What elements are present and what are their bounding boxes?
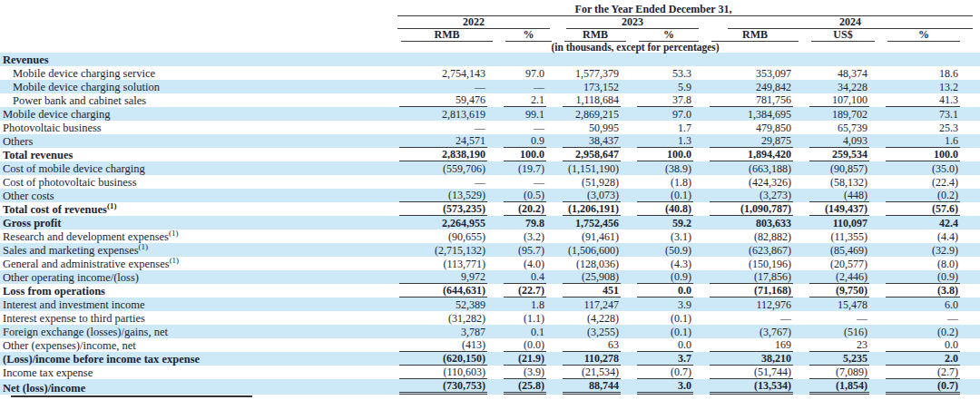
cell-value: 29,875: [701, 134, 800, 148]
cell-value: [495, 53, 554, 66]
cell-value: —: [495, 121, 554, 134]
row-label: Interest and investment income: [0, 298, 390, 311]
cell-value: [390, 53, 495, 66]
cell-value: (0.9): [877, 270, 980, 284]
cell-value: —: [390, 175, 495, 189]
cell-value: (3,073): [554, 189, 628, 202]
row-label: Income tax expense: [0, 366, 390, 379]
row-label: Sales and marketing expenses(1): [0, 243, 390, 257]
cell-value: 0.0: [877, 338, 980, 352]
cell-value: 100.0: [628, 148, 701, 161]
row-label: Cost of photovoltaic business: [0, 175, 390, 189]
column-header: %: [887, 29, 960, 42]
cell-value: (40.8): [628, 202, 701, 216]
cell-value: (32.9): [877, 243, 980, 257]
table-row: Others24,5710.938,4371.329,8754,0931.6: [0, 134, 980, 148]
cell-value: (1,090,787): [701, 202, 800, 216]
column-header: %: [639, 29, 699, 42]
cell-value: 1.8: [495, 298, 554, 311]
cell-value: 73.1: [877, 107, 980, 121]
cell-value: 189,702: [800, 107, 877, 121]
cell-value: 781,756: [701, 93, 800, 107]
cell-value: (11,355): [800, 229, 877, 243]
cell-value: (91,461): [554, 229, 628, 243]
cell-value: (2,715,132): [390, 243, 495, 257]
cell-value: 0.1: [495, 325, 554, 338]
table-row: Other (expenses)/income, net(413)(0.0)63…: [0, 338, 980, 352]
cell-value: (9,750): [800, 284, 877, 298]
column-header: RMB: [564, 29, 626, 42]
cell-value: [701, 53, 800, 66]
cell-value: 3.7: [628, 352, 701, 366]
cell-value: 38,210: [701, 352, 800, 366]
cell-value: (19.7): [495, 161, 554, 175]
table-body: RevenuesMobile device charging service2,…: [0, 53, 980, 395]
cell-value: (3,255): [554, 325, 628, 338]
cell-value: (4.4): [877, 229, 980, 243]
cell-value: 2,958,647: [554, 148, 628, 161]
cell-value: (149,437): [800, 202, 877, 216]
cell-value: (0.1): [628, 311, 701, 325]
cell-value: (51,928): [554, 175, 628, 189]
cell-value: (0.7): [628, 366, 701, 379]
cell-value: 0.4: [495, 270, 554, 284]
row-label: Cost of mobile device charging: [0, 161, 390, 175]
cell-value: 52,389: [390, 298, 495, 311]
cell-value: (128,036): [554, 257, 628, 270]
cell-value: 169: [701, 338, 800, 352]
cell-value: 41.3: [877, 93, 980, 107]
footnote-marker: (1): [107, 202, 117, 210]
cell-value: 1,752,456: [554, 216, 628, 229]
year-header-2022: 2022: [397, 16, 550, 29]
cell-value: (3.1): [628, 229, 701, 243]
table-row: Mobile device charging service2,754,1439…: [0, 66, 980, 80]
cell-value: 1.7: [628, 121, 701, 134]
cell-value: (4.0): [495, 257, 554, 270]
cell-value: 107,100: [800, 93, 877, 107]
table-row: Other operating income/(loss)9,9720.4(25…: [0, 270, 980, 284]
table-row: Research and development expenses(1)(90,…: [0, 229, 980, 243]
row-label: Other operating income/(loss): [0, 270, 390, 284]
cell-value: (559,706): [390, 161, 495, 175]
cell-value: (110,603): [390, 366, 495, 379]
row-label: Total cost of revenues(1): [0, 202, 390, 216]
cell-value: (644,631): [390, 284, 495, 298]
table-row: Foreign exchange (losses)/gains, net3,78…: [0, 325, 980, 338]
cell-value: (20.2): [495, 202, 554, 216]
table-row: Mobile device charging solution——173,152…: [0, 80, 980, 93]
cell-value: 99.1: [495, 107, 554, 121]
row-label: Photovoltaic business: [0, 121, 390, 134]
cell-value: 23: [800, 338, 877, 352]
cell-value: (448): [800, 189, 877, 202]
cell-value: (3.2): [495, 229, 554, 243]
cell-value: (730,753): [390, 379, 495, 395]
cell-value: (17,856): [701, 270, 800, 284]
column-header: %: [505, 29, 552, 42]
cell-value: 353,097: [701, 66, 800, 80]
cell-value: 15,478: [800, 298, 877, 311]
cell-value: [877, 53, 980, 66]
cell-value: 24,571: [390, 134, 495, 148]
cell-value: 0.9: [495, 134, 554, 148]
cell-value: 6.0: [877, 298, 980, 311]
cell-value: 451: [554, 284, 628, 298]
cell-value: (1,206,191): [554, 202, 628, 216]
cell-value: 2,264,955: [390, 216, 495, 229]
cell-value: 97.0: [495, 66, 554, 80]
cell-value: 9,972: [390, 270, 495, 284]
cell-value: 34,228: [800, 80, 877, 93]
cell-value: 59.2: [628, 216, 701, 229]
table-row: Other costs(13,529)(0.5)(3,073)(0.1)(3,2…: [0, 189, 980, 202]
cell-value: 479,850: [701, 121, 800, 134]
cell-value: 803,633: [701, 216, 800, 229]
table-row: Income tax expense(110,603)(3.9)(21,534)…: [0, 366, 980, 379]
table-header: For the Year Ended December 31, 20222023…: [0, 2, 980, 53]
table-row: Sales and marketing expenses(1)(2,715,13…: [0, 243, 980, 257]
cell-value: 2,838,190: [390, 148, 495, 161]
cell-value: 5.9: [628, 80, 701, 93]
cell-value: (413): [390, 338, 495, 352]
row-label: Net (loss)/income: [0, 379, 390, 395]
cell-value: (25,908): [554, 270, 628, 284]
cell-value: (0.2): [877, 325, 980, 338]
row-label: Mobile device charging: [0, 107, 390, 121]
